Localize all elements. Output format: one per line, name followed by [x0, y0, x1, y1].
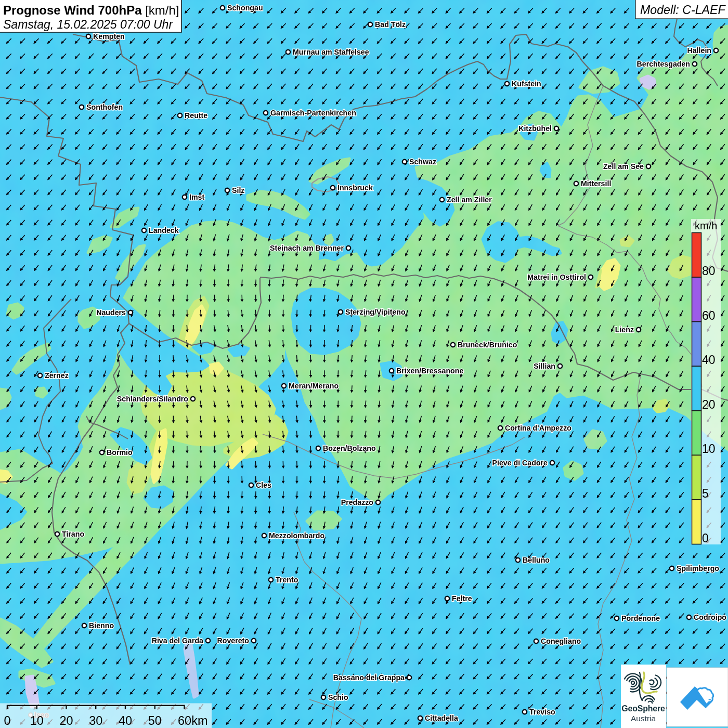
svg-text:Austria: Austria: [631, 714, 656, 723]
svg-text:Cles: Cles: [256, 481, 271, 489]
svg-text:Mezzolombardo: Mezzolombardo: [269, 531, 325, 540]
svg-text:Sillian: Sillian: [534, 362, 555, 370]
svg-text:5: 5: [702, 487, 709, 500]
svg-text:Bozen/Bolzano: Bozen/Bolzano: [323, 444, 376, 452]
svg-text:Mittersill: Mittersill: [581, 179, 611, 188]
svg-text:Schio: Schio: [328, 693, 348, 701]
svg-text:GeoSphere: GeoSphere: [621, 704, 665, 713]
svg-text:Zell am Ziller: Zell am Ziller: [447, 196, 492, 204]
svg-text:Prognose Wind 700hPa [km/h]: Prognose Wind 700hPa [km/h]: [3, 3, 179, 17]
svg-text:Innsbruck: Innsbruck: [337, 184, 373, 192]
svg-text:30: 30: [89, 714, 102, 727]
svg-text:Feltre: Feltre: [452, 594, 472, 603]
svg-text:Treviso: Treviso: [529, 708, 555, 716]
svg-text:Spilimbergo: Spilimbergo: [677, 564, 719, 573]
svg-text:Murnau am Staffelsee: Murnau am Staffelsee: [293, 48, 369, 56]
svg-text:Hallein: Hallein: [687, 46, 711, 55]
svg-text:Bassano del Grappa: Bassano del Grappa: [333, 673, 405, 682]
svg-text:10: 10: [702, 442, 716, 456]
svg-text:Matrei in Osttirol: Matrei in Osttirol: [527, 273, 586, 281]
svg-text:Garmisch-Partenkirchen: Garmisch-Partenkirchen: [270, 109, 356, 117]
svg-text:Schongau: Schongau: [227, 4, 263, 12]
svg-text:60: 60: [702, 309, 716, 322]
svg-text:Trento: Trento: [276, 576, 298, 584]
svg-text:Kitzbühel: Kitzbühel: [518, 124, 552, 133]
svg-text:80: 80: [702, 264, 716, 278]
svg-text:Cortina d'Ampezzo: Cortina d'Ampezzo: [505, 424, 571, 432]
svg-text:Pordenone: Pordenone: [621, 614, 660, 622]
svg-text:Cittadella: Cittadella: [425, 714, 458, 722]
svg-text:Rovereto: Rovereto: [217, 636, 250, 645]
svg-text:Codroipo: Codroipo: [694, 613, 726, 621]
svg-text:Bruneck/Brunico: Bruneck/Brunico: [458, 341, 517, 349]
svg-text:Samstag, 15.02.2025 07:00 Uhr: Samstag, 15.02.2025 07:00 Uhr: [3, 18, 173, 31]
svg-text:Modell: C-LAEF: Modell: C-LAEF: [640, 3, 726, 17]
svg-text:20: 20: [59, 714, 73, 727]
svg-text:km/h: km/h: [695, 220, 717, 231]
svg-text:Kufstein: Kufstein: [512, 80, 541, 88]
svg-text:60km: 60km: [178, 714, 207, 727]
svg-text:Riva del Garda: Riva del Garda: [152, 636, 203, 645]
svg-text:20: 20: [702, 398, 716, 411]
svg-text:Predazzo: Predazzo: [341, 498, 374, 506]
svg-text:Zell am See: Zell am See: [603, 162, 644, 171]
svg-text:40: 40: [119, 714, 132, 727]
svg-text:40: 40: [702, 353, 716, 367]
svg-text:Meran/Merano: Meran/Merano: [289, 382, 339, 390]
svg-text:Zernez: Zernez: [45, 371, 69, 380]
svg-text:50: 50: [148, 714, 162, 727]
svg-text:Schwaz: Schwaz: [409, 158, 436, 166]
svg-text:Bormio: Bormio: [107, 448, 133, 457]
svg-text:0: 0: [4, 714, 10, 727]
svg-text:Reutte: Reutte: [185, 111, 207, 120]
svg-text:Berchtesgaden: Berchtesgaden: [637, 60, 691, 68]
svg-text:Bienno: Bienno: [89, 621, 114, 630]
svg-text:Bad Tölz: Bad Tölz: [375, 20, 406, 29]
svg-text:Landeck: Landeck: [149, 226, 179, 235]
svg-text:Nauders: Nauders: [96, 308, 126, 317]
svg-text:Belluno: Belluno: [523, 556, 550, 564]
svg-text:Brixen/Bressanone: Brixen/Bressanone: [396, 367, 463, 375]
svg-text:Kempten: Kempten: [93, 32, 125, 41]
svg-text:Pieve di Cadore: Pieve di Cadore: [492, 459, 548, 467]
svg-text:Sterzing/Vipiteno: Sterzing/Vipiteno: [345, 308, 406, 316]
svg-text:Conegliano: Conegliano: [541, 637, 581, 645]
svg-text:Tirano: Tirano: [62, 530, 84, 538]
svg-text:Silz: Silz: [232, 186, 244, 194]
svg-text:10: 10: [30, 714, 44, 727]
svg-text:Imst: Imst: [189, 193, 204, 201]
svg-text:Schlanders/Silandro: Schlanders/Silandro: [117, 395, 189, 403]
svg-text:0: 0: [702, 531, 709, 545]
svg-text:Steinach am Brenner: Steinach am Brenner: [270, 244, 344, 252]
svg-text:Lienz: Lienz: [615, 326, 634, 334]
svg-text:Sonthofen: Sonthofen: [86, 103, 123, 111]
